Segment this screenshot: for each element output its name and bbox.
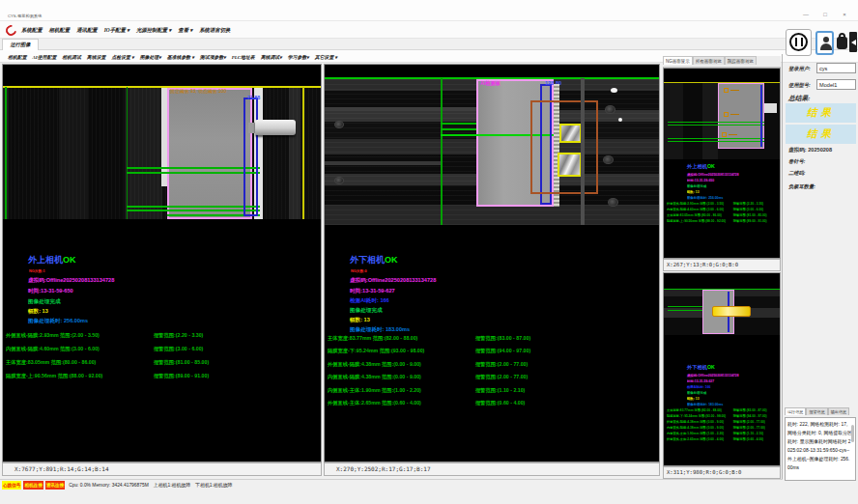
process-done-text: 图像处理完成 — [350, 307, 383, 315]
tab-count-label: 负极耳数量: — [788, 183, 815, 190]
result-display-lower: 结果 — [786, 125, 856, 144]
measure-line — [441, 128, 476, 130]
thumb-measure-row: 隔膜宽度-下:95.24mm 范围:(93.00 - 98.00)报警范围:(9… — [667, 414, 767, 418]
thumb-defect-box — [724, 88, 729, 93]
thumb-line — [668, 306, 702, 307]
tool-image-process[interactable]: 图像处理▾ — [140, 55, 161, 60]
thumb-highlight-object — [712, 306, 751, 317]
tab-track-view[interactable]: 跟踪画面浏览 — [725, 56, 757, 65]
global-status-bar: 心跳信号 相机连接 通讯连接 Cpu: 0.0% Memory: 3424.41… — [0, 479, 783, 491]
elapsed-text: 图像处理耗时: 256.00ms — [28, 318, 88, 325]
tab-detect-box — [559, 124, 582, 143]
measurement-row: 内侧直线-隔膜:4.60mm 范围:(3.00 - 6.00)报警范围:(3.0… — [6, 346, 203, 352]
measurement-row: 内侧直线-主体:1.90mm 范围:(1.00 - 2.20)报警范围:(1.1… — [328, 387, 525, 394]
menu-system-config[interactable]: 系统配置 — [21, 27, 43, 33]
run-info-box: 耗时: 222, 网络检测耗时: 17, 网络分类耗时: 0, 网络提取分区耗时… — [785, 417, 856, 481]
panel-divider — [782, 54, 783, 490]
menu-io-config[interactable]: IO手配置 ▾ — [104, 27, 129, 33]
menu-language[interactable]: 系统语言切换 — [199, 27, 230, 33]
ai-region-label: AI检测板 — [480, 80, 500, 87]
barcode-text: 虚拟码:Offline20250208133134728 — [350, 277, 436, 285]
info-scrollbar[interactable] — [851, 425, 854, 442]
tool-camera-config[interactable]: 相机配置 — [8, 55, 27, 60]
comm-status-badge: 通讯连接 — [45, 481, 65, 490]
menu-light-config[interactable]: 光源控制配置 ▾ — [136, 27, 171, 33]
cpu-memory-text: Cpu: 0.0% Memory: 3424.41796875M — [69, 483, 149, 488]
thumb-done: 图像处理完成 — [687, 391, 706, 396]
upper-camera-status: 上相机1:相机故障 — [154, 483, 190, 488]
thumb-cursor-readout-upper: X:267;Y:13;R:0;G:0;B:0 — [663, 259, 781, 271]
qr-label: 二维码: — [788, 170, 806, 177]
tab-ng-view[interactable]: NG画面显示 — [663, 56, 693, 65]
menu-comm-config[interactable]: 通讯配置 — [76, 27, 98, 33]
measurement-row: 外侧直线-隔膜:2.93mm 范围:(2.00 - 3.50)报警范围:(2.2… — [6, 332, 203, 339]
elapsed-text: 图像处理耗时: 183.00ms — [350, 326, 410, 334]
tool-camera-debug[interactable]: 相机调试 — [62, 55, 81, 60]
tab-run-image[interactable]: 运行图像 — [2, 39, 39, 50]
menu-camera-config[interactable]: 相机配置 — [49, 27, 71, 33]
tool-offline-debug[interactable]: 离线调试▾ — [261, 55, 282, 60]
thumb-roi-line — [760, 85, 762, 147]
pause-button[interactable] — [786, 29, 812, 56]
tool-offline-setting[interactable]: 离线设置 — [87, 55, 106, 60]
thumb-measure-row: 外侧直线-主体:2.65mm 范围:(0.60 - 4.00)报警范围:(0.6… — [667, 437, 763, 441]
menu-view[interactable]: 查看 ▾ — [178, 27, 192, 33]
heartbeat-badge: 心跳信号 — [2, 481, 21, 490]
thumb-defect-tick — [730, 114, 739, 115]
exit-button[interactable] — [849, 32, 858, 53]
tool-spotcheck-setting[interactable]: 点检设置 ▾ — [111, 55, 133, 60]
thumb-line — [668, 125, 764, 126]
login-user-value[interactable]: cys — [816, 63, 856, 73]
tab-output-info[interactable]: 输出信息 — [828, 407, 849, 415]
thumb-time: 时间:13-31-59-650 — [687, 179, 714, 183]
measurement-row: 隔膜宽度-上:90.56mm 范围:(88.00 - 92.00)报警范围:(8… — [6, 373, 209, 379]
tool-learn-params[interactable]: 学习参数▾ — [288, 55, 309, 60]
tool-plc-table[interactable]: PLC地址表 — [232, 55, 255, 60]
thumb-line — [668, 122, 764, 123]
thumb-defect-tick — [730, 90, 739, 91]
green-vertical-line — [441, 78, 443, 225]
total-result-label: 总结果: — [788, 95, 811, 103]
thumb-elapsed: 图像处理耗时: 256.00ms — [687, 196, 723, 201]
tool-other-setting[interactable]: 其它设置 ▾ — [315, 55, 337, 60]
close-button[interactable]: × — [835, 12, 854, 17]
thumb-cursor-readout-lower: X:311;Y:980;R:0;G:0;B:0 — [663, 466, 781, 479]
thumb-measure-row: 外侧直线-隔膜:2.93mm 范围:(2.00 - 3.50)报警范围:(2.2… — [667, 202, 763, 206]
tab-run-info[interactable]: 运行信息 — [785, 407, 806, 415]
ng-thumbnail-lower[interactable]: 外下相机OK 虚拟码:Offline20250208133134728 时间:1… — [663, 272, 781, 466]
tool-baseline-params[interactable]: 基准线参数 ▾ — [167, 55, 194, 60]
thumb-measure-row: 隔膜宽度-上:90.56mm 范围:(88.00 - 92.00)报警范围:(8… — [667, 219, 767, 223]
thumb-measure-row: 内侧直线-隔膜:4.38mm 范围:(0.00 - 9.00)报警范围:(2.0… — [667, 426, 765, 430]
ai-roi-box — [530, 100, 598, 194]
user-icon — [823, 37, 829, 42]
measure-line — [127, 172, 260, 174]
tab-alarm-info[interactable]: 报警信息 — [806, 407, 827, 415]
green-edge-line — [5, 87, 7, 219]
login-user-button[interactable] — [815, 31, 834, 55]
ng-count-label: NG次数:1 — [29, 268, 45, 273]
tool-ai-config[interactable]: AI使用配置 — [33, 55, 57, 60]
measurement-row: 主体宽度:83.05mm 范围:(80.00 - 86.00)报警范围:(81.… — [6, 359, 209, 366]
thumb-tabs: NG画面显示所有画面浏览跟踪画面浏览 — [663, 56, 781, 68]
result-display-upper: 结果 — [786, 103, 856, 123]
cursor-readout-upper: X:7677;Y:891;R:14;G:14;B:14 — [2, 462, 322, 476]
ng-thumbnail-upper[interactable]: 外上相机OK 虚拟码:Offline20250208133134728 时间:1… — [663, 68, 781, 259]
lock-button[interactable] — [837, 33, 847, 52]
measure-line — [441, 123, 476, 125]
thumb-measure-row: 内侧直线-主体:1.90mm 范围:(1.00 - 2.20)报警范围:(1.1… — [667, 432, 763, 435]
threshold-label: 固定阈值:93, 动态阈值:100 — [170, 88, 226, 94]
camera-panel-upper: 73.88 固定阈值:93, 动态阈值:100 外上相机OK NG次数:1 虚拟… — [2, 64, 322, 462]
model-value[interactable]: Model1 — [816, 79, 856, 90]
measure-line — [127, 167, 260, 169]
app-window: CYS-视觉检测系统 —□× 系统配置相机配置通讯配置IO手配置 ▾光源控制配置… — [0, 0, 858, 504]
process-done-text: 图像处理完成 — [28, 298, 61, 306]
ai-elapsed-text: 检测AI耗时: 166 — [350, 297, 389, 305]
maximize-button[interactable]: □ — [815, 12, 835, 17]
thumb-time: 时间:13-31-59-627 — [687, 379, 714, 384]
tool-test-params[interactable]: 测试项参数▾ — [200, 55, 226, 60]
measurement-row: 外侧直线-主体:2.65mm 范围:(0.60 - 4.00)报警范围:(0.6… — [328, 400, 525, 406]
highlight-dot — [611, 88, 617, 93]
thumb-line — [668, 138, 764, 139]
minimize-button[interactable]: — — [796, 12, 815, 17]
tab-all-view[interactable]: 所有画面浏览 — [693, 56, 725, 65]
